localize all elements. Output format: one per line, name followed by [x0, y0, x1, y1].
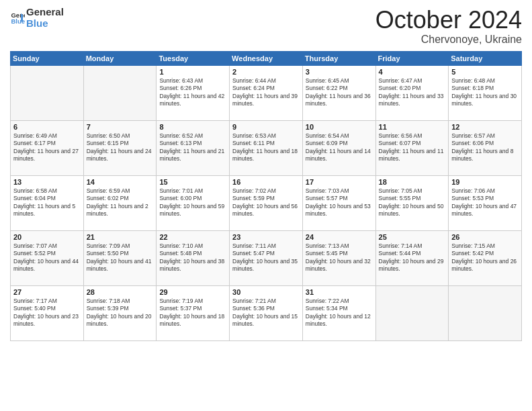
calendar-cell: 22Sunrise: 7:10 AM Sunset: 5:48 PM Dayli…: [157, 230, 230, 285]
day-number: 9: [232, 123, 300, 131]
calendar-cell: 15Sunrise: 7:01 AM Sunset: 6:00 PM Dayli…: [157, 175, 230, 230]
week-row-4: 20Sunrise: 7:07 AM Sunset: 5:52 PM Dayli…: [11, 230, 522, 285]
day-info: Sunrise: 6:49 AM Sunset: 6:17 PM Dayligh…: [13, 132, 81, 163]
day-number: 30: [232, 288, 300, 296]
calendar-cell: 21Sunrise: 7:09 AM Sunset: 5:50 PM Dayli…: [83, 230, 157, 285]
calendar-cell: 13Sunrise: 6:58 AM Sunset: 6:04 PM Dayli…: [11, 175, 84, 230]
day-info: Sunrise: 7:02 AM Sunset: 5:59 PM Dayligh…: [232, 187, 300, 218]
calendar-cell: 28Sunrise: 7:18 AM Sunset: 5:39 PM Dayli…: [83, 285, 157, 340]
day-number: 1: [159, 68, 226, 76]
day-number: 23: [232, 233, 300, 241]
day-info: Sunrise: 7:15 AM Sunset: 5:42 PM Dayligh…: [451, 242, 519, 273]
day-number: 10: [306, 123, 373, 131]
day-info: Sunrise: 7:06 AM Sunset: 5:53 PM Dayligh…: [451, 187, 519, 218]
calendar-cell: [449, 285, 522, 340]
day-info: Sunrise: 7:13 AM Sunset: 5:45 PM Dayligh…: [306, 242, 373, 273]
calendar-cell: 19Sunrise: 7:06 AM Sunset: 5:53 PM Dayli…: [449, 175, 522, 230]
day-info: Sunrise: 7:19 AM Sunset: 5:37 PM Dayligh…: [159, 298, 226, 328]
calendar-cell: 2Sunrise: 6:44 AM Sunset: 6:24 PM Daylig…: [230, 65, 303, 120]
calendar-cell: 25Sunrise: 7:14 AM Sunset: 5:44 PM Dayli…: [375, 230, 449, 285]
day-info: Sunrise: 7:22 AM Sunset: 5:34 PM Dayligh…: [306, 298, 373, 328]
calendar-cell: [11, 65, 84, 120]
header-row: SundayMondayTuesdayWednesdayThursdayFrid…: [11, 51, 522, 65]
day-number: 29: [159, 288, 226, 296]
day-header-tuesday: Tuesday: [157, 51, 230, 65]
day-info: Sunrise: 6:57 AM Sunset: 6:06 PM Dayligh…: [451, 132, 519, 163]
day-number: 13: [13, 178, 81, 186]
day-number: 5: [451, 68, 519, 76]
calendar-cell: 16Sunrise: 7:02 AM Sunset: 5:59 PM Dayli…: [230, 175, 303, 230]
logo-icon: General Blue: [10, 11, 25, 26]
day-number: 27: [13, 288, 81, 296]
day-number: 18: [379, 178, 446, 186]
calendar-cell: 11Sunrise: 6:56 AM Sunset: 6:07 PM Dayli…: [375, 120, 449, 175]
day-number: 26: [451, 233, 519, 241]
month-title: October 2024: [375, 7, 522, 34]
calendar-cell: 3Sunrise: 6:45 AM Sunset: 6:22 PM Daylig…: [302, 65, 375, 120]
day-number: 3: [306, 68, 373, 76]
day-info: Sunrise: 6:59 AM Sunset: 6:02 PM Dayligh…: [87, 187, 154, 218]
day-info: Sunrise: 6:43 AM Sunset: 6:26 PM Dayligh…: [159, 77, 226, 108]
day-number: 8: [159, 123, 226, 131]
day-number: 11: [379, 123, 446, 131]
calendar-cell: 8Sunrise: 6:52 AM Sunset: 6:13 PM Daylig…: [157, 120, 230, 175]
day-number: 24: [306, 233, 373, 241]
day-number: 14: [87, 178, 154, 186]
day-number: 4: [379, 68, 446, 76]
header: General Blue General Blue October 2024 C…: [10, 7, 522, 46]
day-number: 31: [306, 288, 373, 296]
calendar-container: General Blue General Blue October 2024 C…: [0, 0, 532, 411]
calendar-cell: [83, 65, 157, 120]
day-number: 16: [232, 178, 300, 186]
day-number: 12: [451, 123, 519, 131]
calendar-cell: 24Sunrise: 7:13 AM Sunset: 5:45 PM Dayli…: [302, 230, 375, 285]
day-info: Sunrise: 7:14 AM Sunset: 5:44 PM Dayligh…: [379, 242, 446, 273]
day-header-thursday: Thursday: [302, 51, 375, 65]
day-header-wednesday: Wednesday: [230, 51, 303, 65]
logo-line2: Blue: [26, 18, 64, 30]
calendar-cell: 6Sunrise: 6:49 AM Sunset: 6:17 PM Daylig…: [11, 120, 84, 175]
day-info: Sunrise: 6:54 AM Sunset: 6:09 PM Dayligh…: [306, 132, 373, 163]
day-info: Sunrise: 7:21 AM Sunset: 5:36 PM Dayligh…: [232, 298, 300, 328]
day-number: 28: [87, 288, 154, 296]
day-header-saturday: Saturday: [449, 51, 522, 65]
day-number: 2: [232, 68, 300, 76]
day-info: Sunrise: 7:03 AM Sunset: 5:57 PM Dayligh…: [306, 187, 373, 218]
calendar-cell: 10Sunrise: 6:54 AM Sunset: 6:09 PM Dayli…: [302, 120, 375, 175]
day-number: 25: [379, 233, 446, 241]
day-info: Sunrise: 7:09 AM Sunset: 5:50 PM Dayligh…: [87, 242, 154, 273]
logo-line1: General: [26, 7, 64, 18]
day-info: Sunrise: 6:53 AM Sunset: 6:11 PM Dayligh…: [232, 132, 300, 163]
day-info: Sunrise: 7:17 AM Sunset: 5:40 PM Dayligh…: [13, 298, 81, 328]
calendar-table: SundayMondayTuesdayWednesdayThursdayFrid…: [10, 51, 522, 341]
day-info: Sunrise: 6:45 AM Sunset: 6:22 PM Dayligh…: [306, 77, 373, 108]
week-row-5: 27Sunrise: 7:17 AM Sunset: 5:40 PM Dayli…: [11, 285, 522, 340]
day-number: 6: [13, 123, 81, 131]
week-row-2: 6Sunrise: 6:49 AM Sunset: 6:17 PM Daylig…: [11, 120, 522, 175]
calendar-cell: 30Sunrise: 7:21 AM Sunset: 5:36 PM Dayli…: [230, 285, 303, 340]
day-header-monday: Monday: [83, 51, 157, 65]
week-row-1: 1Sunrise: 6:43 AM Sunset: 6:26 PM Daylig…: [11, 65, 522, 120]
day-header-friday: Friday: [375, 51, 449, 65]
day-info: Sunrise: 7:07 AM Sunset: 5:52 PM Dayligh…: [13, 242, 81, 273]
calendar-cell: 27Sunrise: 7:17 AM Sunset: 5:40 PM Dayli…: [11, 285, 84, 340]
week-row-3: 13Sunrise: 6:58 AM Sunset: 6:04 PM Dayli…: [11, 175, 522, 230]
day-info: Sunrise: 6:48 AM Sunset: 6:18 PM Dayligh…: [451, 77, 519, 108]
calendar-cell: 18Sunrise: 7:05 AM Sunset: 5:55 PM Dayli…: [375, 175, 449, 230]
day-info: Sunrise: 6:58 AM Sunset: 6:04 PM Dayligh…: [13, 187, 81, 218]
day-number: 7: [87, 123, 154, 131]
calendar-cell: 31Sunrise: 7:22 AM Sunset: 5:34 PM Dayli…: [302, 285, 375, 340]
day-header-sunday: Sunday: [11, 51, 84, 65]
day-number: 19: [451, 178, 519, 186]
calendar-cell: 14Sunrise: 6:59 AM Sunset: 6:02 PM Dayli…: [83, 175, 157, 230]
day-info: Sunrise: 7:01 AM Sunset: 6:00 PM Dayligh…: [159, 187, 226, 218]
day-info: Sunrise: 6:50 AM Sunset: 6:15 PM Dayligh…: [87, 132, 154, 163]
day-info: Sunrise: 6:44 AM Sunset: 6:24 PM Dayligh…: [232, 77, 300, 108]
day-info: Sunrise: 7:10 AM Sunset: 5:48 PM Dayligh…: [159, 242, 226, 273]
calendar-cell: [375, 285, 449, 340]
location-subtitle: Chervonoye, Ukraine: [375, 34, 522, 46]
calendar-cell: 12Sunrise: 6:57 AM Sunset: 6:06 PM Dayli…: [449, 120, 522, 175]
day-number: 22: [159, 233, 226, 241]
calendar-cell: 20Sunrise: 7:07 AM Sunset: 5:52 PM Dayli…: [11, 230, 84, 285]
day-info: Sunrise: 7:05 AM Sunset: 5:55 PM Dayligh…: [379, 187, 446, 218]
